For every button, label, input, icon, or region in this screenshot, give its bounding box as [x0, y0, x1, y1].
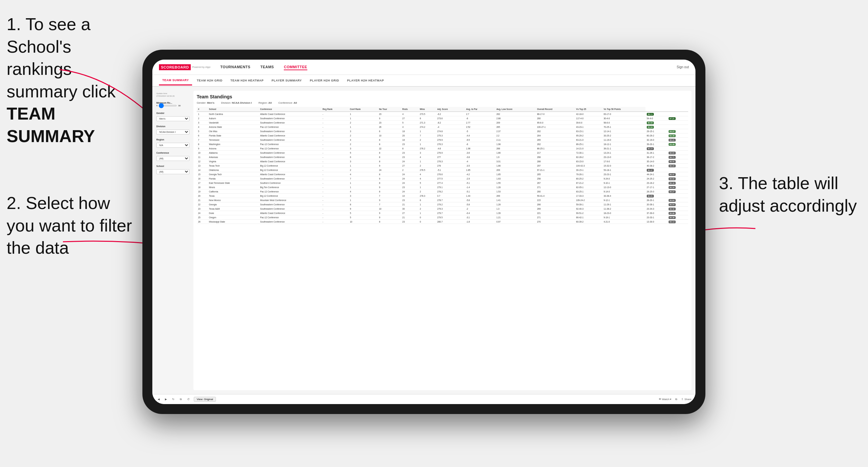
toolbar-next[interactable]: ▶: [164, 397, 168, 401]
region-select[interactable]: N/A: [156, 143, 189, 148]
table-row[interactable]: 16FloridaSoutheastern Conference-7924427…: [197, 177, 688, 181]
cell-num: 21: [197, 198, 208, 203]
cell-val: 1.3: [495, 207, 536, 211]
table-row[interactable]: 18IllinoisBig Ten Conference-19231279.1-…: [197, 185, 688, 189]
cell-conf-rank: 4: [348, 189, 377, 194]
table-row[interactable]: 23Texas A&MSoutheastern Conference-91030…: [197, 207, 688, 211]
nav-tournaments[interactable]: TOURNAMENTS: [220, 64, 250, 70]
cell-num: 15: [197, 172, 208, 177]
table-row[interactable]: 10AlabamaSoutheastern Conference-5823327…: [197, 151, 688, 155]
table-row[interactable]: 11ArkansasSoutheastern Conference-682342…: [197, 155, 688, 159]
cell-val: 4: [401, 125, 418, 129]
cell-num: 16: [197, 177, 208, 181]
table-row[interactable]: 2AuburnSoutheastern Conference-19276273.…: [197, 116, 688, 121]
table-row[interactable]: 6Florida StateAtlantic Coast Conference-…: [197, 133, 688, 138]
conference-select[interactable]: (All): [156, 156, 189, 161]
table-row[interactable]: 21New MexicoMountain West Conference-192…: [197, 198, 688, 203]
gender-select[interactable]: Men's: [156, 116, 189, 121]
sign-out[interactable]: Sign out: [677, 65, 689, 69]
cell-points: 80.98: [667, 211, 688, 215]
table-row[interactable]: 5Ole MissSoutheastern Conference-3618127…: [197, 129, 688, 133]
table-row[interactable]: 15Georgia TechAtlantic Coast Conference-…: [197, 172, 688, 177]
table-header-row: # School Conference Reg Rank Conf Rank N…: [197, 107, 688, 112]
cell-conf-rank: 7: [348, 177, 377, 181]
cell-conference: Southeastern Conference: [259, 155, 321, 159]
cell-val: 260: [536, 189, 575, 194]
nav-committee[interactable]: COMMITTEE: [284, 64, 307, 70]
table-row[interactable]: 20TexasBig 12 Conference-3710278.30.71.4…: [197, 194, 688, 198]
cell-conference: Atlantic Coast Conference: [259, 211, 321, 215]
cell-reg-rank: -: [321, 185, 349, 189]
cell-val: -5.1: [465, 189, 495, 194]
cell-val: 276: [436, 164, 465, 168]
cell-conference: Big 12 Conference: [259, 168, 321, 172]
toolbar-prev[interactable]: ◀: [156, 397, 161, 401]
cell-val: -1.8: [465, 220, 495, 224]
table-row[interactable]: 12VirginiaAtlantic Coast Conference-3824…: [197, 159, 688, 164]
cell-points: 80.21: [667, 138, 688, 142]
cell-val: 63-15-1: [575, 129, 602, 133]
table-row[interactable]: 13Texas TechBig 12 Conference-19272276-3…: [197, 164, 688, 168]
cell-val: 8: [377, 181, 401, 185]
cell-val: 59-41-4: [536, 194, 575, 198]
subnav-player-summary[interactable]: PLAYER SUMMARY: [268, 76, 305, 85]
table-row[interactable]: 14OklahomaBig 12 Conference-2242276.5-5.…: [197, 168, 688, 172]
table-row[interactable]: 24DukeAtlantic Coast Conference-59271279…: [197, 211, 688, 215]
cell-val: 42-18-0: [575, 112, 602, 116]
table-row[interactable]: 22GeorgiaSoutheastern Conference-8721127…: [197, 203, 688, 207]
cell-val: 11-29-1: [602, 203, 646, 207]
cell-conference: Mountain West Conference: [259, 198, 321, 203]
table-row[interactable]: 9ArizonaPac-12 Conference-3228276.2-4.61…: [197, 146, 688, 151]
table-row[interactable]: 1North CarolinaAtlantic Coast Conference…: [197, 112, 688, 116]
table-row[interactable]: 7TennesseeSoutheastern Conference-481822…: [197, 138, 688, 142]
cell-reg-rank: -: [321, 125, 349, 129]
toolbar-view-btn[interactable]: View: Original: [194, 397, 216, 402]
cell-school: Oklahoma: [208, 168, 259, 172]
cell-val: 13-30-0: [646, 220, 667, 224]
school-select[interactable]: (All): [156, 169, 189, 174]
toolbar-copy[interactable]: ⧉: [179, 397, 183, 402]
subnav-player-h2h-heatmap[interactable]: PLAYER H2H HEATMAP: [344, 76, 388, 85]
cell-val: 271.3: [418, 121, 436, 125]
table-row[interactable]: 19CaliforniaPac-12 Conference-48242278.2…: [197, 189, 688, 194]
cell-val: 268: [495, 146, 536, 151]
cell-conference: Southeastern Conference: [259, 207, 321, 211]
cell-val: 4: [418, 177, 436, 181]
table-row[interactable]: 17East Tennessee StateSouthern Conferenc…: [197, 181, 688, 185]
cell-val: 279.9: [436, 138, 465, 142]
toolbar-watch[interactable]: 👁 Watch ▾: [659, 398, 672, 401]
subnav-player-h2h-grid[interactable]: PLAYER H2H GRID: [306, 76, 342, 85]
min-rank-slider[interactable]: [159, 105, 177, 106]
cell-val: 26: [377, 125, 401, 129]
nav-links: TOURNAMENTS TEAMS COMMITTEE: [220, 64, 677, 70]
table-row[interactable]: 4Arizona StatePac-12 Conference-1264274.…: [197, 125, 688, 129]
cell-val: -1.4: [465, 185, 495, 189]
cell-conference: Pac-12 Conference: [259, 215, 321, 220]
cell-school: California: [208, 189, 259, 194]
cell-conference: Southeastern Conference: [259, 151, 321, 155]
subnav-team-summary[interactable]: TEAM SUMMARY: [159, 76, 192, 86]
table-row[interactable]: 8WashingtonPac-12 Conference-28231276.3-…: [197, 142, 688, 146]
table-row[interactable]: 26Mississippi StateSoutheastern Conferen…: [197, 220, 688, 224]
subnav-team-h2h-grid[interactable]: TEAM H2H GRID: [193, 76, 226, 85]
toolbar-share[interactable]: ⇧ Share: [681, 398, 691, 401]
table-row[interactable]: 3VanderbiltSoutheastern Conference-22352…: [197, 121, 688, 125]
toolbar-clock[interactable]: ⏱: [186, 397, 191, 401]
nav-teams[interactable]: TEAMS: [260, 64, 274, 70]
cell-val: 20-39-1: [646, 203, 667, 207]
cell-school: Vanderbilt: [208, 121, 259, 125]
cell-points: 82.39: [667, 133, 688, 138]
toolbar-expand[interactable]: ⧉: [674, 397, 679, 402]
cell-reg-rank: -: [321, 146, 349, 151]
cell-points: 80.47: [667, 172, 688, 177]
cell-reg-rank: -: [321, 203, 349, 207]
cell-val: 1.98: [465, 146, 495, 151]
cell-points: 80.16: [667, 181, 688, 185]
table-row[interactable]: 25OregonPac-12 Conference-59210279.5-3.1…: [197, 215, 688, 220]
toolbar-refresh[interactable]: ↻: [171, 397, 176, 401]
conference-filter-display: Conference: All: [279, 101, 297, 104]
cell-val: 1.63: [495, 177, 536, 181]
subnav-team-h2h-heatmap[interactable]: TEAM H2H HEATMAP: [227, 76, 267, 85]
cell-val: 11-38-2: [602, 207, 646, 211]
division-select[interactable]: NCAA Division I: [156, 129, 189, 134]
